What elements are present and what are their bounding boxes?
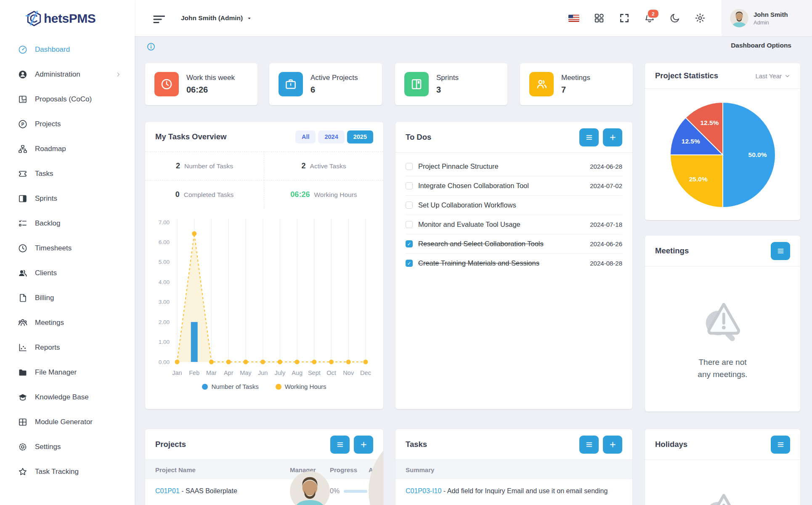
svg-text:Nov: Nov <box>343 369 354 376</box>
empty-message: There are not any meetings. <box>698 356 747 380</box>
projects-list-button[interactable] <box>330 436 350 454</box>
caret-down-icon <box>247 16 252 21</box>
holidays-list-button[interactable] <box>771 436 790 454</box>
svg-text:4.00: 4.00 <box>159 279 170 285</box>
reports-icon <box>18 343 28 353</box>
sidebar-item-label: Dashboard <box>35 45 70 54</box>
todo-item: Integrate Chosen Collaboration Tool 2024… <box>406 176 622 196</box>
todo-checkbox[interactable] <box>406 202 413 209</box>
notification-badge: 2 <box>647 9 659 19</box>
backlog-icon <box>18 218 28 229</box>
todo-checkbox[interactable] <box>406 163 413 170</box>
filter-all[interactable]: All <box>295 130 316 144</box>
user-panel[interactable]: John Smith Admin <box>722 0 812 36</box>
filter-2025[interactable]: 2025 <box>347 130 373 144</box>
legend-item[interactable]: Number of Tasks <box>202 383 258 390</box>
sidebar-item-roadmap[interactable]: Roadmap <box>0 136 135 161</box>
sidebar-item-label: Meetings <box>35 319 64 327</box>
stat-label: Sprints <box>436 74 459 82</box>
proposals-icon <box>18 94 28 104</box>
todo-label: Monitor and Evaluate Tool Usage <box>418 221 520 229</box>
user-menu-dropdown[interactable]: John Smith (Admin) <box>178 14 255 22</box>
panel-title: Project Statistics <box>655 71 718 80</box>
todo-checkbox[interactable] <box>406 182 413 189</box>
todo-add-button[interactable] <box>603 128 622 146</box>
admin-user-icon <box>18 69 28 80</box>
tasks-add-button[interactable] <box>603 436 622 454</box>
sidebar-item-timesheets[interactable]: Timesheets <box>0 236 135 260</box>
stat-card-meetings: Meetings 7 <box>520 63 633 105</box>
sidebar-item-clients[interactable]: Clients <box>0 260 135 285</box>
user-avatar <box>730 9 748 27</box>
sidebar-item-dashboard[interactable]: Dashboard <box>0 37 135 62</box>
panel-title: My Tasks Overview <box>155 132 226 141</box>
user-menu-label: John Smith (Admin) <box>181 14 243 22</box>
sidebar-item-file-manager[interactable]: File Manager <box>0 360 135 385</box>
user-role: Admin <box>754 19 788 26</box>
tasks-panel: Tasks Summary C01P03-I10 - Add field for… <box>395 429 632 505</box>
legend-item[interactable]: Working Hours <box>276 383 326 390</box>
chart-legend: Number of TasksWorking Hours <box>150 383 378 390</box>
svg-text:3.00: 3.00 <box>159 299 170 305</box>
brand-logo[interactable]: hetsPMS <box>0 0 135 37</box>
stat-value: 06:26 <box>186 85 235 95</box>
tasks-icon <box>18 169 28 179</box>
sidebar-item-tasks[interactable]: Tasks <box>0 161 135 186</box>
todo-label: Create Training Materials and Sessions <box>418 259 539 267</box>
sidebar-item-administration[interactable]: Administration <box>0 62 135 87</box>
sidebar-item-label: Settings <box>35 443 61 451</box>
task-summary: - Add field for Inquiry Email and use it… <box>441 487 608 494</box>
language-flag-icon[interactable] <box>568 15 579 22</box>
sidebar-item-reports[interactable]: Reports <box>0 335 135 360</box>
svg-text:July: July <box>274 369 286 376</box>
sidebar-item-sprints[interactable]: Sprints <box>0 186 135 211</box>
tasks-table-header: Summary <box>395 460 632 479</box>
range-select[interactable]: Last Year <box>755 72 790 80</box>
tasks-list-button[interactable] <box>579 436 599 454</box>
stat-label: Meetings <box>561 74 590 82</box>
svg-text:Feb: Feb <box>189 369 199 376</box>
todo-checkbox[interactable]: ✓ <box>406 260 413 267</box>
sidebar-item-label: Administration <box>35 70 80 79</box>
meetings-list-button[interactable] <box>771 242 790 260</box>
file-manager-icon <box>18 367 28 377</box>
sidebar-item-backlog[interactable]: Backlog <box>0 211 135 236</box>
notifications-bell-icon[interactable]: 2 <box>644 13 655 24</box>
overview-stat-active-tasks: 2 Active Tasks <box>264 152 383 180</box>
info-icon[interactable] <box>146 42 156 51</box>
sprints-icon <box>18 194 28 204</box>
svg-text:P: P <box>21 122 24 127</box>
menu-toggle-icon[interactable] <box>152 13 165 23</box>
sidebar-item-label: File Manager <box>35 368 77 377</box>
svg-text:25.0%: 25.0% <box>689 175 707 183</box>
svg-text:Apr: Apr <box>224 369 234 376</box>
briefcase-icon <box>279 72 303 96</box>
svg-text:Aug: Aug <box>292 369 303 376</box>
svg-text:Mar: Mar <box>206 369 217 376</box>
settings-gear-icon[interactable] <box>695 13 706 24</box>
sidebar-item-task-tracking[interactable]: Task Tracking <box>0 459 135 484</box>
task-code-link[interactable]: C01P03-I10 <box>406 487 441 494</box>
chevron-right-icon <box>115 72 121 77</box>
todo-list-view-button[interactable] <box>579 128 599 146</box>
todo-checkbox[interactable]: ✓ <box>406 240 413 247</box>
sidebar-item-projects[interactable]: P Projects <box>0 112 135 136</box>
sidebar-item-meetings[interactable]: Meetings <box>0 310 135 335</box>
svg-text:Dec: Dec <box>360 369 371 376</box>
todo-due-date: 2024-07-02 <box>590 182 622 189</box>
sidebar-item-settings[interactable]: Settings <box>0 434 135 459</box>
sidebar-item-module-generator[interactable]: Module Generator <box>0 409 135 434</box>
project-code-link[interactable]: C01P01 <box>155 487 180 494</box>
dark-mode-moon-icon[interactable] <box>669 13 680 24</box>
sidebar-item-billing[interactable]: Billing <box>0 285 135 310</box>
sidebar-item-label: Sprints <box>35 194 57 203</box>
sidebar-item-knowledge-base[interactable]: Knowledge Base <box>0 385 135 409</box>
panel-title: Projects <box>155 440 186 449</box>
filter-2024[interactable]: 2024 <box>318 130 344 144</box>
todo-checkbox[interactable] <box>406 221 413 228</box>
holidays-panel: Holidays <box>645 429 800 505</box>
todo-item: Project Pinnacle Structure 2024-06-28 <box>406 157 622 176</box>
sidebar-item-proposals-coco[interactable]: Proposals (CoCo) <box>0 87 135 112</box>
apps-grid-icon[interactable] <box>594 13 605 24</box>
fullscreen-icon[interactable] <box>619 13 630 24</box>
